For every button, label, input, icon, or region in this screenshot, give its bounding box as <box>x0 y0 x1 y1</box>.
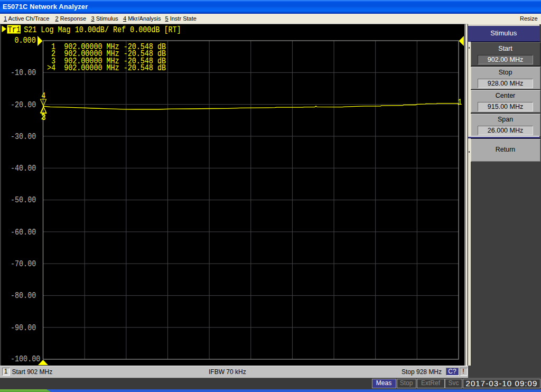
svg-text:-30.00: -30.00 <box>11 132 36 141</box>
svg-text:3: 3 <box>42 113 46 122</box>
svg-text:-90.00: -90.00 <box>11 323 36 332</box>
svg-text:>4 902.00000 MHz -20.548 dB: >4 902.00000 MHz -20.548 dB <box>47 63 166 72</box>
svg-text:Tr1: Tr1 <box>8 25 21 34</box>
svg-text:S21 Log Mag 10.00dB/ Ref 0.000: S21 Log Mag 10.00dB/ Ref 0.000dB [RT] <box>24 25 181 34</box>
svg-text:0.000: 0.000 <box>15 35 36 44</box>
svg-text:-100.00: -100.00 <box>11 354 40 363</box>
svg-text:-50.00: -50.00 <box>11 195 36 204</box>
svg-text:-80.00: -80.00 <box>11 291 36 300</box>
svg-text:-20.00: -20.00 <box>11 100 36 109</box>
svg-text:4: 4 <box>41 91 45 100</box>
svg-text:-60.00: -60.00 <box>11 228 36 237</box>
svg-text:-70.00: -70.00 <box>11 259 36 268</box>
svg-text:-10.00: -10.00 <box>11 68 36 77</box>
svg-text:1: 1 <box>458 98 462 107</box>
svg-text:-40.00: -40.00 <box>11 164 36 173</box>
